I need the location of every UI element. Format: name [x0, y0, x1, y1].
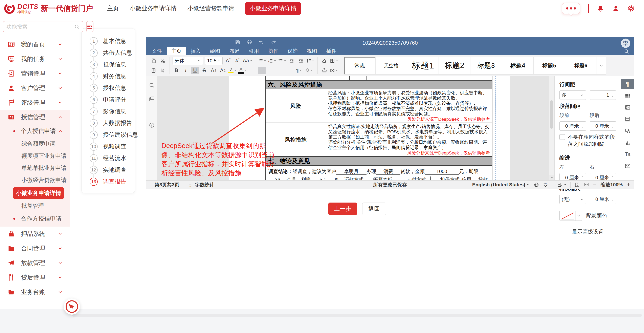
step-basic-info[interactable]: 1基本信息 — [82, 35, 135, 47]
style-heading1[interactable]: 标题1 — [407, 57, 439, 74]
paste-button[interactable] — [150, 67, 158, 74]
style-heading4[interactable]: 标题4 — [502, 57, 534, 74]
blank-amount[interactable]: 1000 — [424, 168, 459, 175]
text-art-panel-tab[interactable]: Ta — [621, 149, 634, 159]
word-count-button[interactable]: 字数统计 — [188, 182, 214, 188]
no-gap-checkbox[interactable] — [560, 134, 565, 140]
align-left-button[interactable] — [258, 67, 266, 74]
line-spacing-button[interactable] — [306, 57, 315, 65]
frame-button[interactable] — [330, 67, 338, 74]
comments-icon[interactable] — [149, 96, 155, 102]
step-business-flow[interactable]: 11经营流水 — [82, 152, 135, 164]
step-finance[interactable]: 4财务信息 — [82, 71, 135, 82]
space-after-input[interactable]: 0 厘米 — [590, 121, 616, 131]
highlight-color-button[interactable] — [228, 67, 237, 74]
blank-guarantee-method[interactable]: 信用 — [460, 177, 473, 180]
advanced-settings-link[interactable]: 显示高级设置 — [572, 229, 604, 236]
stepper-icon[interactable] — [611, 93, 614, 97]
step-co-borrower[interactable]: 2共借人信息 — [82, 47, 135, 59]
horizontal-scrollbar[interactable] — [72, 314, 642, 317]
menu-tab-home[interactable]: 主页 — [167, 47, 186, 55]
back-button[interactable]: 返回 — [362, 203, 386, 215]
font-family-select[interactable]: 宋体 — [172, 57, 203, 65]
line-spacing-value[interactable]: 1 — [590, 91, 616, 100]
user-profile-icon[interactable] — [612, 5, 620, 12]
select-button[interactable] — [159, 67, 167, 74]
step-bigdata-report[interactable]: 8大数据报告 — [82, 117, 135, 129]
blank-customer-name[interactable]: 李明月 — [336, 168, 366, 175]
change-case-button[interactable]: Aa — [243, 57, 252, 65]
nav-tab-micro-detail[interactable]: 小微业务申请详情 — [130, 5, 176, 13]
blank-rate[interactable]: 5.1 — [311, 176, 335, 180]
sidebar-item-customer[interactable]: 客户管理 — [0, 81, 70, 95]
subscript-button[interactable]: A2 — [219, 67, 227, 74]
language-select[interactable]: English (United States) — [472, 182, 530, 188]
spellcheck-icon[interactable] — [543, 182, 549, 188]
sidebar-item-my-tasks[interactable]: 我的任务 — [0, 52, 70, 66]
sidebar-item-collateral[interactable]: 押品系统 — [0, 227, 70, 241]
step-video-survey[interactable]: 10视频调查 — [82, 141, 135, 152]
document-body[interactable]: 六、风险及风控措施 风险 经营风险：小微企业市场竞争力弱，易受行业波动（如政策变… — [265, 76, 492, 180]
copy-button[interactable] — [150, 57, 158, 65]
scrollbar-thumb[interactable] — [550, 100, 553, 129]
globe-icon[interactable] — [534, 182, 539, 187]
superscript-button[interactable]: A2 — [210, 67, 217, 74]
step-credit-suggestion[interactable]: 9授信建议信息 — [82, 129, 135, 141]
justify-button[interactable] — [286, 67, 294, 74]
sidebar-item-approval-management[interactable]: 批复管理 — [0, 200, 70, 212]
nav-tab-home[interactable]: 主页 — [107, 5, 119, 13]
blank-loan-kind[interactable]: 消费 — [376, 168, 400, 175]
sidebar-item-single-batch[interactable]: 单笔单批业务申请 — [0, 162, 70, 174]
menu-tab-collaborate[interactable]: 协作 — [264, 47, 283, 55]
zoom-out-button[interactable]: − — [593, 182, 597, 188]
floating-assistant-button[interactable] — [64, 298, 80, 315]
sidebar-item-comprehensive-limit[interactable]: 综合额度申请 — [0, 138, 70, 150]
multilevel-list-button[interactable] — [278, 57, 286, 65]
sidebar-item-my-home[interactable]: 我的首页 — [0, 37, 70, 52]
cell-shading-button[interactable] — [330, 57, 338, 65]
navigation-outline-icon[interactable] — [149, 109, 155, 115]
eraser-button[interactable] — [320, 57, 328, 65]
font-size-select[interactable]: 10.5 — [205, 57, 222, 65]
strikethrough-button[interactable]: S — [200, 67, 208, 74]
sidebar-item-credit-management[interactable]: 授信管理 — [0, 110, 70, 124]
style-heading5[interactable]: 标题5 — [534, 57, 565, 74]
sidebar-group-personal-credit[interactable]: 个人授信申请 — [0, 124, 70, 138]
decrease-indent-button[interactable] — [288, 57, 296, 65]
nav-tab-micro-loan-apply[interactable]: 小微经营贷款申请 — [188, 5, 234, 13]
space-before-input[interactable]: 0 厘米 — [560, 121, 586, 131]
sidebar-item-post-loan[interactable]: 贷后管理 — [0, 270, 70, 285]
style-normal[interactable]: 常规 — [344, 57, 376, 74]
find-icon[interactable] — [149, 82, 155, 88]
paragraph-marks-button[interactable]: ¶ — [295, 67, 303, 74]
notification-bell-icon[interactable] — [597, 5, 604, 12]
zoom-level[interactable]: 缩放100% — [600, 182, 622, 188]
editor-user-avatar[interactable]: 李 — [621, 39, 630, 48]
menu-tab-insert[interactable]: 插入 — [186, 47, 206, 55]
menu-collapse-button[interactable] — [86, 21, 94, 32]
menu-tab-file[interactable]: 文件 — [147, 47, 167, 55]
info-icon[interactable] — [149, 122, 155, 128]
style-heading3[interactable]: 标题3 — [470, 57, 502, 74]
step-authorization[interactable]: 5授权信息 — [82, 82, 135, 94]
numbered-list-button[interactable] — [268, 57, 276, 65]
shading-button[interactable] — [304, 67, 313, 74]
menu-tab-plugins[interactable]: 插件 — [322, 47, 341, 55]
font-color-button[interactable]: A — [238, 67, 247, 74]
function-search-input[interactable] — [6, 24, 74, 30]
step-guarantee[interactable]: 3担保信息 — [82, 59, 135, 71]
settings-gear-icon[interactable] — [628, 5, 635, 12]
align-center-button[interactable] — [268, 67, 275, 74]
image-panel-tab[interactable] — [621, 102, 634, 113]
special-format-select[interactable]: (无) — [560, 195, 586, 204]
step-survey-report-active[interactable]: 13调查报告 — [82, 176, 135, 188]
styles-more-button[interactable] — [597, 57, 606, 74]
sidebar-item-contract[interactable]: 合同管理 — [0, 241, 70, 256]
chart-panel-tab[interactable] — [621, 138, 634, 148]
sidebar-item-marketing[interactable]: 营销管理 — [0, 66, 70, 81]
sidebar-item-micro-loan-apply[interactable]: 小微经营贷款申请 — [0, 174, 70, 186]
page-indicator[interactable]: 第3页共3页 — [154, 182, 180, 188]
blank-pay-method[interactable] — [426, 176, 435, 180]
special-format-amount[interactable]: 0 厘米 — [590, 195, 616, 204]
style-heading6[interactable]: 标题6 — [565, 57, 597, 74]
